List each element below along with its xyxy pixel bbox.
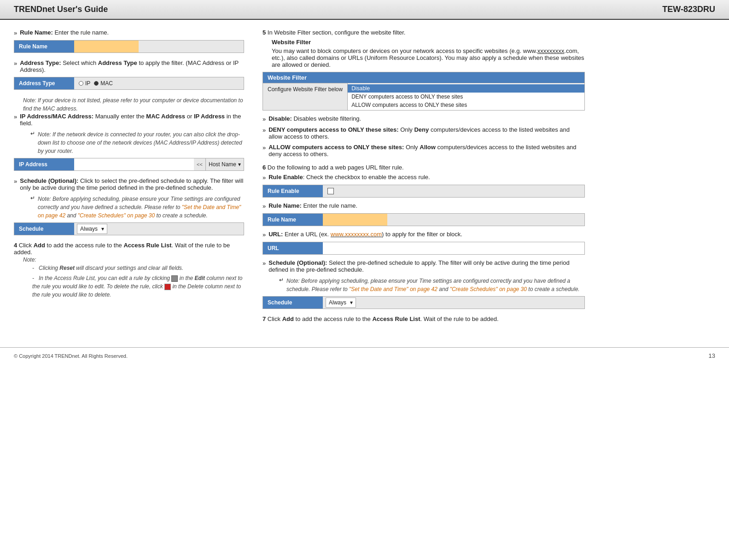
ip-dropdown[interactable]: Host Name ▾ [205, 158, 244, 170]
schedule-select[interactable]: Always ▾ [77, 224, 107, 234]
schedule-right-value: Always [329, 299, 346, 306]
schedule-right-note-bullet: ↵ Note: Before applying scheduling, plea… [279, 277, 585, 293]
address-type-field-box: Address Type IP MAC [14, 77, 244, 90]
address-type-value: IP MAC [74, 80, 117, 87]
schedule-right-select[interactable]: Always ▾ [326, 298, 356, 308]
allow-label: ALLOW computers access to ONLY these sit… [268, 144, 404, 151]
wf-option-deny[interactable]: DENY computers access to ONLY these site… [348, 93, 584, 101]
ip-address-bullet: » IP Address/MAC Address: Manually enter… [14, 113, 244, 127]
bullet-icon: » [14, 29, 17, 36]
rule-name-field-box: Rule Name [14, 40, 244, 53]
ip-arrow-icon: << [194, 162, 205, 167]
header-title-left: TRENDnet User's Guide [14, 5, 108, 14]
step4-list-label: Access Rule List [123, 242, 171, 249]
schedule-text: Schedule (Optional): Click to select the… [20, 177, 244, 191]
address-type-bold: Address Type [98, 59, 137, 66]
bullet-icon: » [262, 144, 266, 151]
step5-subsection: Website Filter You may want to block com… [272, 39, 585, 68]
header-title-right: TEW-823DRU [662, 5, 715, 14]
step4-note-items: - Clicking Reset will discard your setti… [32, 264, 244, 299]
schedule-note-text: Note: Before applying scheduling, please… [38, 195, 244, 220]
ip-input[interactable] [74, 158, 194, 170]
rule-enable-field-box: Rule Enable [262, 185, 585, 198]
ip-address-section: » IP Address/MAC Address: Manually enter… [14, 113, 244, 171]
note-arrow-icon: ↵ [30, 195, 35, 201]
bullet-icon: » [14, 113, 17, 120]
bullet-icon: » [262, 231, 266, 238]
schedule-link2[interactable]: "Create Schedules" on page 30 [78, 212, 155, 219]
ip-label: IP [85, 80, 90, 87]
ip-address-text: IP Address/MAC Address: Manually enter t… [20, 113, 244, 127]
schedule-right-note-text: Note: Before applying scheduling, please… [286, 277, 585, 293]
rule-name-label: Rule Name: [20, 29, 53, 36]
dropdown-chevron-icon: ▾ [238, 161, 241, 168]
rule-name-field-label: Rule Name [14, 41, 74, 52]
ip-radio-circle [79, 81, 83, 86]
address-type-text: Address Type: Select which Address Type … [20, 59, 244, 73]
bullet-icon: » [14, 178, 17, 185]
rule-name-right-bullet: » Rule Name: Enter the rule name. [262, 202, 585, 210]
note1: Note: If your device is not listed, plea… [23, 96, 244, 113]
deny-bold: Deny [414, 126, 429, 133]
website-filter-row-label: Configure Website Filter below [263, 83, 348, 110]
rule-name-text: Rule Name: Enter the rule name. [20, 29, 109, 36]
rule-name-right-field-label: Rule Name [263, 214, 323, 226]
rule-name-right-input[interactable] [323, 214, 387, 226]
url-field-label: URL [263, 242, 323, 254]
rule-name-input[interactable] [74, 41, 139, 52]
page-header: TRENDnet User's Guide TEW-823DRU [0, 0, 729, 20]
step6-intro: 6 Do the following to add a web pages UR… [262, 164, 585, 171]
schedule-right-bullet: » Schedule (Optional): Select the pre-de… [262, 259, 585, 273]
step7-section: 7 Click Add to add the access rule to th… [262, 315, 585, 322]
ip-address-label: IP Address/MAC Address: [20, 113, 93, 120]
step4-note: Note: - Clicking Reset will discard your… [23, 256, 244, 299]
wf-option-allow[interactable]: ALLOW computers access to ONLY these sit… [348, 101, 584, 109]
url-example-link: www.xxxxxxxx.com [331, 231, 382, 238]
allow-bold: Allow [420, 144, 436, 151]
url-label: URL: [268, 231, 283, 238]
rule-enable-checkbox[interactable] [327, 188, 334, 194]
url-bullet: » URL: Enter a URL (ex. www.xxxxxxxx.com… [262, 231, 585, 238]
step4-add-label: Add [34, 242, 45, 249]
note1-text: Note: If your device is not listed, plea… [23, 97, 243, 112]
schedule-right-link2[interactable]: "Create Schedules" on page 30 [450, 286, 527, 292]
address-type-field-label: Address Type [14, 77, 74, 89]
ip-note-bullet: ↵ Note: If the network device is connect… [30, 130, 244, 155]
step7-add-label: Add [282, 315, 294, 322]
schedule-right-link1[interactable]: "Set the Date and Time" on page 42 [349, 286, 437, 292]
schedule-field-label: Schedule [14, 223, 74, 235]
url-text: URL: Enter a URL (ex. www.xxxxxxxx.com) … [268, 231, 462, 238]
website-filter-header: Website Filter [263, 72, 584, 83]
mac-label: MAC [100, 80, 113, 87]
step6-number: 6 [262, 164, 266, 171]
ip-radio[interactable]: IP [79, 80, 90, 87]
step4-number: 4 [14, 242, 17, 249]
ip-dropdown-label: Host Name [209, 161, 236, 168]
rule-name-right-field-box: Rule Name [262, 213, 585, 226]
mac-radio-circle [94, 81, 99, 86]
mac-radio[interactable]: MAC [94, 80, 113, 87]
step4-note-item2: - In the Access Rule List, you can edit … [32, 274, 244, 299]
step7-list-label: Access Rule List [372, 315, 420, 322]
bullet-icon: » [262, 174, 266, 181]
wf-option-disable[interactable]: Disable [348, 84, 584, 93]
address-type-bullet: » Address Type: Select which Address Typ… [14, 59, 244, 73]
right-column: 5 In Website Filter section, configure t… [262, 29, 585, 329]
note-arrow-icon: ↵ [30, 130, 35, 137]
schedule-right-field-label: Schedule [263, 297, 323, 309]
step7-text: 7 Click Add to add the access rule to th… [262, 315, 585, 322]
deny-bullet: » DENY computers access to ONLY these si… [262, 126, 585, 140]
bullet-icon: » [262, 127, 266, 134]
schedule-dropdown-icon: ▾ [101, 226, 104, 232]
deny-label: DENY computers access to ONLY these site… [268, 126, 398, 133]
schedule-right-dropdown-icon: ▾ [350, 299, 353, 306]
allow-text: ALLOW computers access to ONLY these sit… [268, 144, 585, 158]
website-filter-row: Configure Website Filter below Disable D… [263, 83, 584, 110]
url-input[interactable] [323, 242, 584, 254]
bullet-icon: » [14, 60, 17, 67]
page-footer: © Copyright 2014 TRENDnet. All Rights Re… [0, 347, 729, 364]
bullet-icon: » [262, 260, 266, 267]
step5-number: 5 [262, 29, 266, 36]
rule-name-section: » Rule Name: Enter the rule name. Rule N… [14, 29, 244, 53]
step6-section: 6 Do the following to add a web pages UR… [262, 164, 585, 309]
